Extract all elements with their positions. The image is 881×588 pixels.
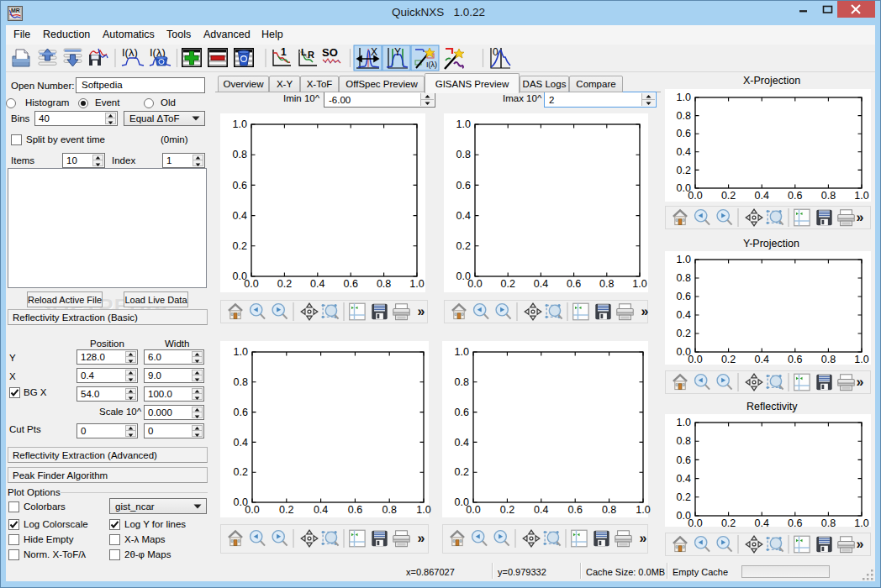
svg-text:0.2: 0.2 xyxy=(277,278,292,290)
svg-text:0.8: 0.8 xyxy=(599,278,614,290)
svg-text:0.4: 0.4 xyxy=(755,354,769,365)
svg-text:0.0: 0.0 xyxy=(234,496,248,508)
svg-text:0.6: 0.6 xyxy=(567,278,581,290)
svg-text:0.8: 0.8 xyxy=(456,149,471,160)
svg-text:0.8: 0.8 xyxy=(382,504,397,516)
svg-text:I(λ): I(λ) xyxy=(426,60,437,69)
svg-text:L: L xyxy=(301,47,307,57)
svg-text:0.2: 0.2 xyxy=(234,466,248,478)
svg-text:0.8: 0.8 xyxy=(677,435,691,447)
svg-text:I(λ): I(λ) xyxy=(122,46,138,59)
svg-text:0.2: 0.2 xyxy=(721,190,736,202)
svg-text:0.8: 0.8 xyxy=(602,504,616,516)
svg-text:0.6: 0.6 xyxy=(677,291,691,302)
svg-text:1.0: 1.0 xyxy=(854,517,868,529)
svg-text:0.0: 0.0 xyxy=(677,510,691,522)
svg-text:MR: MR xyxy=(11,8,20,13)
svg-text:0.4: 0.4 xyxy=(677,473,691,485)
svg-text:0.4: 0.4 xyxy=(234,437,248,449)
svg-text:0.8: 0.8 xyxy=(677,272,691,284)
svg-text:0.8: 0.8 xyxy=(234,376,248,388)
svg-text:0.2: 0.2 xyxy=(677,328,691,339)
svg-text:0.8: 0.8 xyxy=(455,376,469,388)
svg-text:0.6: 0.6 xyxy=(677,128,691,139)
svg-text:1.0: 1.0 xyxy=(416,504,430,516)
svg-text:0.4: 0.4 xyxy=(677,146,691,158)
svg-text:0.2: 0.2 xyxy=(456,240,471,252)
svg-text:0.6: 0.6 xyxy=(344,278,358,290)
svg-text:0.2: 0.2 xyxy=(677,491,691,503)
svg-text:1.0: 1.0 xyxy=(636,504,650,516)
svg-text:0.4: 0.4 xyxy=(755,517,769,529)
svg-text:0.2: 0.2 xyxy=(279,504,293,516)
svg-text:0.8: 0.8 xyxy=(821,517,836,529)
svg-text:0.6: 0.6 xyxy=(788,354,802,365)
svg-text:0.2: 0.2 xyxy=(500,504,514,516)
svg-text:1.0: 1.0 xyxy=(854,354,868,365)
svg-text:R: R xyxy=(308,50,314,60)
svg-text:0.4: 0.4 xyxy=(534,504,548,516)
svg-text:0.4: 0.4 xyxy=(534,278,548,290)
svg-text:0.6: 0.6 xyxy=(788,517,802,529)
svg-text:0.6: 0.6 xyxy=(677,454,691,466)
svg-text:0.6: 0.6 xyxy=(456,180,471,192)
svg-text:0.6: 0.6 xyxy=(348,504,362,516)
svg-text:0.4: 0.4 xyxy=(314,504,328,516)
svg-text:0.2: 0.2 xyxy=(721,517,736,529)
svg-text:1.0: 1.0 xyxy=(233,118,247,130)
svg-text:1.0: 1.0 xyxy=(409,278,424,290)
svg-text:1.0: 1.0 xyxy=(455,346,469,358)
svg-text:1.0: 1.0 xyxy=(854,190,868,202)
svg-text:0.0: 0.0 xyxy=(455,496,469,508)
svg-text:0.6: 0.6 xyxy=(233,180,247,192)
svg-text:0.2: 0.2 xyxy=(721,354,736,365)
svg-text:1.0: 1.0 xyxy=(234,346,248,358)
svg-text:0.2: 0.2 xyxy=(233,240,247,252)
svg-text:0.6: 0.6 xyxy=(788,190,802,202)
svg-text:0.2: 0.2 xyxy=(455,466,469,478)
svg-text:0.0: 0.0 xyxy=(677,182,691,194)
svg-text:0.4: 0.4 xyxy=(310,278,324,290)
svg-text:0.0: 0.0 xyxy=(677,346,691,358)
svg-text:0.0: 0.0 xyxy=(233,270,247,282)
svg-text:0.8: 0.8 xyxy=(821,190,836,202)
svg-text:1: 1 xyxy=(281,46,287,58)
svg-text:0.4: 0.4 xyxy=(456,210,471,222)
svg-text:0.2: 0.2 xyxy=(677,165,691,176)
svg-text:1.0: 1.0 xyxy=(456,118,471,130)
svg-text:0.4: 0.4 xyxy=(677,309,691,321)
svg-text:1.0: 1.0 xyxy=(632,278,646,290)
svg-text:0.6: 0.6 xyxy=(234,407,248,418)
svg-text:0.8: 0.8 xyxy=(677,110,691,122)
svg-text:0: 0 xyxy=(493,46,499,58)
svg-text:1.0: 1.0 xyxy=(677,92,691,103)
svg-text:0.8: 0.8 xyxy=(233,149,247,160)
svg-text:SO: SO xyxy=(322,46,338,59)
svg-text:1.0: 1.0 xyxy=(677,417,691,428)
svg-text:0.4: 0.4 xyxy=(455,437,469,449)
svg-text:0.6: 0.6 xyxy=(455,407,469,418)
svg-text:0.4: 0.4 xyxy=(755,190,769,202)
svg-text:0.8: 0.8 xyxy=(821,354,836,365)
svg-text:X: X xyxy=(371,46,377,58)
svg-text:0.4: 0.4 xyxy=(233,210,247,222)
svg-text:0.6: 0.6 xyxy=(568,504,583,516)
svg-text:0.8: 0.8 xyxy=(377,278,391,290)
svg-text:0.0: 0.0 xyxy=(456,270,471,282)
svg-text:Y: Y xyxy=(394,46,401,58)
svg-text:1.0: 1.0 xyxy=(677,254,691,265)
svg-text:0.2: 0.2 xyxy=(501,278,515,290)
